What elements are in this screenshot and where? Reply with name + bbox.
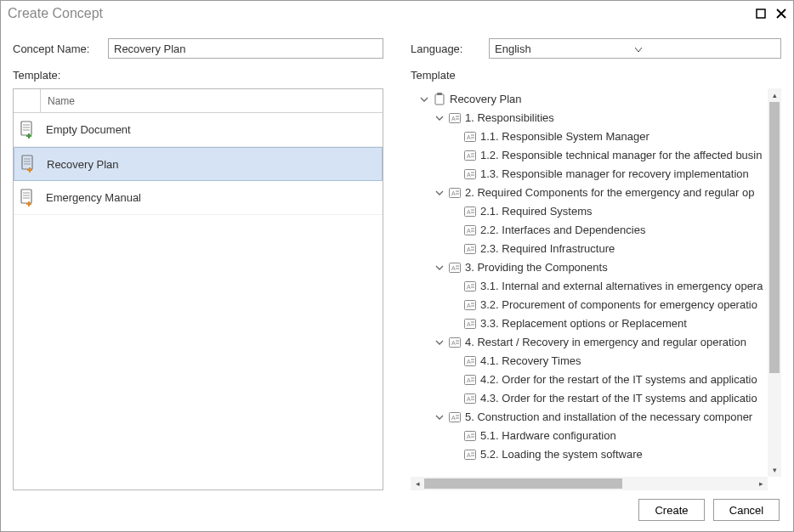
scroll-right-icon[interactable]: ▸: [754, 477, 768, 490]
svg-rect-9: [21, 190, 31, 203]
tree-node-label: 1.1. Responsible System Manager: [480, 127, 649, 146]
section-icon: A: [448, 113, 462, 123]
svg-text:A: A: [451, 340, 456, 346]
item-icon: A: [463, 393, 477, 404]
scroll-down-icon[interactable]: ▾: [768, 463, 781, 477]
svg-rect-1: [21, 122, 31, 135]
language-select-value: English: [495, 42, 635, 55]
template-list-item[interactable]: Recovery Plan: [14, 147, 383, 181]
expand-icon[interactable]: [434, 263, 445, 272]
item-icon: A: [463, 225, 477, 235]
concept-name-label: Concept Name:: [13, 42, 98, 55]
template-left-label: Template:: [13, 69, 383, 82]
svg-rect-5: [22, 156, 32, 169]
svg-text:A: A: [467, 228, 471, 234]
tree-item-node[interactable]: A1.1. Responsible System Manager: [419, 127, 768, 146]
maximize-icon[interactable]: [756, 8, 766, 19]
tree-item-node[interactable]: A2.1. Required Systems: [419, 202, 768, 221]
tree-item-node[interactable]: A4.2. Order for the restart of the IT sy…: [419, 371, 768, 389]
svg-rect-0: [757, 9, 765, 18]
item-icon: A: [463, 450, 477, 460]
tree-node-label: 2. Required Components for the emergency…: [465, 184, 754, 202]
tree-node-label: 1. Responsibilities: [465, 109, 554, 127]
close-icon[interactable]: [776, 8, 786, 19]
tree-section-node[interactable]: A1. Responsibilities: [419, 109, 768, 127]
tree-item-node[interactable]: A5.1. Hardware configuration: [419, 427, 768, 445]
tree-item-node[interactable]: A1.2. Responsible technical manager for …: [419, 146, 768, 165]
expand-icon[interactable]: [434, 413, 445, 422]
tree-node-label: 3.3. Replacement options or Replacement: [480, 314, 687, 333]
tree-root-node[interactable]: Recovery Plan: [419, 90, 768, 109]
item-icon: A: [463, 244, 477, 254]
template-tree-panel: Recovery PlanA1. ResponsibilitiesA1.1. R…: [411, 88, 781, 490]
tree-section-node[interactable]: A4. Restart / Recovery in emergency and …: [419, 333, 768, 352]
svg-rect-13: [435, 94, 444, 105]
chevron-down-icon: [635, 42, 775, 55]
item-icon: A: [463, 169, 477, 179]
svg-text:A: A: [467, 246, 471, 252]
scroll-left-icon[interactable]: ◂: [411, 477, 424, 490]
tree-item-node[interactable]: A1.3. Responsible manager for recovery i…: [419, 165, 768, 184]
tree-node-label: 4. Restart / Recovery in emergency and r…: [465, 333, 746, 352]
template-list-item[interactable]: Empty Document: [14, 113, 383, 147]
template-list: Name Empty DocumentRecovery PlanEmergenc…: [13, 88, 383, 490]
expand-icon[interactable]: [434, 189, 445, 197]
tree-section-node[interactable]: A5. Construction and installation of the…: [419, 408, 768, 427]
tree-item-node[interactable]: A2.2. Interfaces and Dependencies: [419, 221, 768, 240]
cancel-button[interactable]: Cancel: [713, 499, 780, 521]
create-button[interactable]: Create: [638, 499, 705, 521]
item-icon: A: [463, 281, 477, 291]
tree-node-label: 5.2. Loading the system software: [480, 445, 643, 464]
item-icon: A: [463, 300, 477, 310]
item-icon: A: [463, 319, 477, 329]
svg-text:A: A: [467, 172, 471, 178]
tree-item-node[interactable]: A3.3. Replacement options or Replacement: [419, 314, 768, 333]
document-icon: [14, 121, 41, 139]
tree-item-node[interactable]: A5.2. Loading the system software: [419, 445, 768, 464]
vertical-scrollbar[interactable]: ▴ ▾: [768, 88, 781, 477]
tree-node-label: 3.2. Procurement of components for emerg…: [480, 296, 757, 314]
tree-node-label: Recovery Plan: [450, 90, 522, 109]
tree-node-label: 1.3. Responsible manager for recovery im…: [480, 165, 749, 184]
tree-item-node[interactable]: A3.2. Procurement of components for emer…: [419, 296, 768, 314]
tree-node-label: 5.1. Hardware configuration: [480, 427, 616, 445]
tree-item-node[interactable]: A3.1. Internal and external alternatives…: [419, 277, 768, 296]
svg-text:A: A: [467, 452, 471, 458]
tree-section-node[interactable]: A2. Required Components for the emergenc…: [419, 184, 768, 202]
language-label: Language:: [411, 42, 479, 55]
template-list-item[interactable]: Emergency Manual: [14, 181, 383, 215]
tree-node-label: 4.1. Recovery Times: [480, 352, 581, 371]
window-title: Create Concept: [8, 6, 756, 21]
tree-item-node[interactable]: A2.3. Required Infrastructure: [419, 240, 768, 258]
svg-text:A: A: [467, 433, 471, 439]
tree-item-node[interactable]: A4.3. Order for the restart of the IT sy…: [419, 389, 768, 408]
window-controls: [756, 8, 786, 19]
template-list-header: Name: [14, 89, 383, 113]
horizontal-scrollbar[interactable]: ◂ ▸: [411, 477, 768, 490]
svg-text:A: A: [467, 284, 471, 290]
expand-icon[interactable]: [419, 95, 429, 104]
svg-text:A: A: [467, 303, 471, 308]
item-icon: A: [463, 207, 477, 217]
scrollbar-thumb[interactable]: [424, 478, 622, 489]
svg-text:A: A: [451, 190, 456, 196]
tree-node-label: 4.2. Order for the restart of the IT sys…: [480, 371, 757, 389]
tree-section-node[interactable]: A3. Providing the Components: [419, 258, 768, 277]
language-select[interactable]: English: [489, 38, 781, 59]
item-icon: A: [463, 375, 477, 385]
svg-text:A: A: [467, 396, 471, 402]
tree-node-label: 2.1. Required Systems: [480, 202, 593, 221]
scrollbar-thumb[interactable]: [769, 102, 780, 373]
item-icon: A: [463, 356, 477, 366]
svg-text:A: A: [467, 153, 471, 159]
expand-icon[interactable]: [434, 338, 445, 347]
expand-icon[interactable]: [434, 114, 445, 122]
tree-node-label: 2.2. Interfaces and Dependencies: [480, 221, 645, 240]
concept-name-input[interactable]: [108, 38, 383, 59]
tree-node-label: 3.1. Internal and external alternatives …: [480, 277, 763, 296]
scroll-up-icon[interactable]: ▴: [768, 88, 781, 102]
section-icon: A: [448, 337, 462, 348]
section-icon: A: [448, 263, 462, 273]
tree-item-node[interactable]: A4.1. Recovery Times: [419, 352, 768, 371]
tree-node-label: 1.2. Responsible technical manager for t…: [480, 146, 762, 165]
